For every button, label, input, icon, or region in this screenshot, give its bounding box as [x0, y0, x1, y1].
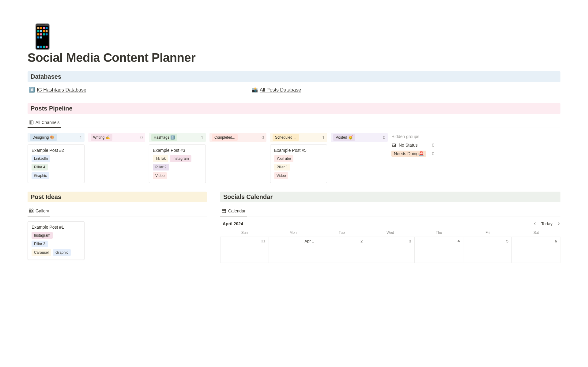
column-header[interactable]: Scheduled ...1 [270, 133, 327, 142]
calendar-dow: Fri [463, 229, 512, 237]
tab-label: All Channels [36, 120, 60, 125]
column-header[interactable]: Designing 🎨1 [28, 133, 85, 142]
calendar-cell[interactable]: 3 [366, 237, 415, 263]
column-label: Posted 🥳 [333, 134, 355, 141]
hidden-group-count: 0 [432, 143, 434, 148]
column-count: 1 [201, 135, 203, 140]
hidden-group-count: 0 [432, 151, 434, 156]
column-label: Writing ✍️ [91, 134, 112, 141]
column-header[interactable]: Completed...0 [209, 133, 266, 142]
hidden-group-row[interactable]: Needs Doing🚨0 [391, 151, 434, 157]
calendar-month-label: April 2024 [220, 221, 243, 226]
property-tag: Carousel [32, 249, 51, 256]
tab-calendar[interactable]: Calendar [220, 207, 247, 216]
camera-icon: 📸 [252, 87, 258, 93]
section-calendar-heading: Socials Calendar [220, 192, 560, 202]
calendar-view-tabs: Calendar [220, 207, 560, 216]
calendar-dow: Sat [512, 229, 560, 237]
db-link-label: All Posts Database [260, 87, 301, 93]
property-tag: Pillar 4 [32, 164, 48, 170]
calendar-toolbar: April 2024 Today [220, 221, 560, 226]
tag-row: Graphic [32, 172, 81, 179]
inbox-icon [391, 143, 396, 148]
hidden-group-row[interactable]: No Status0 [391, 143, 434, 148]
db-link-posts[interactable]: 📸 All Posts Database [252, 87, 301, 93]
tag-row: Video [153, 172, 202, 179]
calendar-next-button[interactable] [557, 222, 560, 226]
calendar-prev-button[interactable] [533, 222, 537, 226]
hashtag-icon: #️⃣ [29, 87, 35, 93]
property-tag: Pillar 2 [153, 164, 169, 170]
property-tag: Graphic [32, 172, 49, 179]
calendar-cell[interactable]: 31 [220, 237, 269, 263]
tab-all-channels[interactable]: All Channels [28, 118, 61, 128]
ideas-view-tabs: Gallery [28, 207, 207, 216]
calendar-dow: Thu [415, 229, 463, 237]
tag-row: Pillar 2 [153, 164, 202, 170]
calendar-cell[interactable]: 6 [512, 237, 560, 263]
card-title: Example Post #1 [32, 225, 81, 230]
kanban-column[interactable]: Writing ✍️0 [88, 133, 145, 183]
property-tag: LinkedIn [32, 155, 50, 162]
column-count: 1 [322, 135, 325, 140]
card-title: Example Post #2 [32, 148, 81, 153]
calendar-dow: Tue [317, 229, 366, 237]
page-icon[interactable]: 📱 [28, 24, 560, 48]
card-title: Example Post #3 [153, 148, 202, 153]
hidden-group-label: Needs Doing🚨 [391, 151, 426, 157]
calendar-dow: Mon [269, 229, 318, 237]
tab-gallery[interactable]: Gallery [28, 207, 50, 216]
kanban-column[interactable]: Designing 🎨1Example Post #2LinkedInPilla… [28, 133, 85, 183]
calendar-dow: Sun [220, 229, 269, 237]
db-link-hashtags[interactable]: #️⃣ IG Hashtags Database [29, 87, 86, 93]
column-label: Hashtags #️⃣ [151, 134, 177, 141]
column-header[interactable]: Writing ✍️0 [88, 133, 145, 142]
property-tag: Instagram [32, 232, 53, 239]
tag-row: LinkedIn [32, 155, 81, 162]
kanban-column[interactable]: Hashtags #️⃣1Example Post #3TikTokInstag… [149, 133, 206, 183]
section-pipeline-heading: Posts Pipeline [28, 103, 560, 114]
calendar-dow-row: SunMonTueWedThuFriSat [220, 229, 560, 237]
kanban-column[interactable]: Completed...0 [209, 133, 266, 183]
post-card[interactable]: Example Post #2LinkedInPillar 4Graphic [28, 144, 85, 183]
tag-row: YouTube [274, 155, 323, 162]
property-tag: Graphic [53, 249, 71, 256]
tab-label: Calendar [228, 208, 246, 213]
property-tag: Video [153, 172, 167, 179]
svg-rect-7 [222, 209, 226, 213]
kanban-board: Designing 🎨1Example Post #2LinkedInPilla… [28, 133, 560, 183]
calendar-cell[interactable]: Apr 1 [269, 237, 318, 263]
section-ideas-heading: Post Ideas [28, 192, 207, 202]
databases-row: #️⃣ IG Hashtags Database 📸 All Posts Dat… [28, 86, 560, 95]
property-tag: Video [274, 172, 288, 179]
column-count: 0 [383, 135, 385, 140]
tag-row: TikTokInstagram [153, 155, 202, 162]
pipeline-view-tabs: All Channels [28, 118, 560, 128]
post-card[interactable]: Example Post #1InstagramPillar 3Carousel… [28, 221, 85, 260]
column-label: Designing 🎨 [30, 134, 57, 141]
column-header[interactable]: Hashtags #️⃣1 [149, 133, 206, 142]
column-count: 0 [140, 135, 143, 140]
gallery-icon [29, 208, 34, 213]
property-tag: Instagram [170, 155, 191, 162]
svg-rect-3 [29, 209, 31, 211]
property-tag: YouTube [274, 155, 293, 162]
kanban-column[interactable]: Scheduled ...1Example Post #5YouTubePill… [270, 133, 327, 183]
calendar-cell[interactable]: 2 [317, 237, 366, 263]
calendar-today-button[interactable]: Today [541, 221, 552, 226]
db-link-label: IG Hashtags Database [37, 87, 86, 93]
tag-row: Pillar 1 [274, 164, 323, 170]
card-title: Example Post #5 [274, 148, 323, 153]
column-header[interactable]: Posted 🥳0 [331, 133, 388, 142]
calendar-cell[interactable]: 4 [415, 237, 463, 263]
calendar-grid: 31Apr 123456 [220, 237, 560, 263]
section-databases-heading: Databases [28, 71, 560, 82]
calendar-cell[interactable]: 5 [463, 237, 512, 263]
post-card[interactable]: Example Post #5YouTubePillar 1Video [270, 144, 327, 183]
tab-label: Gallery [36, 208, 49, 213]
property-tag: Pillar 3 [32, 241, 48, 247]
svg-rect-5 [29, 212, 31, 213]
column-count: 0 [262, 135, 264, 140]
kanban-column[interactable]: Posted 🥳0 [331, 133, 388, 183]
post-card[interactable]: Example Post #3TikTokInstagramPillar 2Vi… [149, 144, 206, 183]
